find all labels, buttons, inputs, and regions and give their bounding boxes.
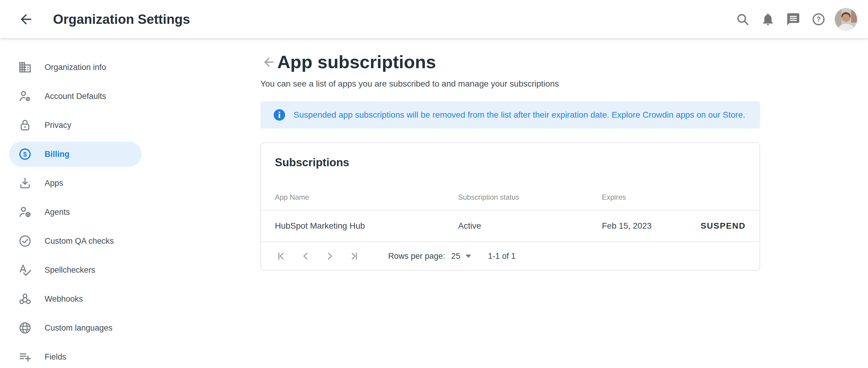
settings-sidebar: Organization info Account Defaults [0,38,163,368]
sidebar-item-label: Custom languages [44,323,113,333]
sidebar-item-webhooks[interactable]: Webhooks [9,286,142,312]
sidebar-item-label: Privacy [44,121,71,130]
chevron-right-icon [324,250,336,262]
messages-button[interactable] [781,7,806,32]
sidebar-item-account-defaults[interactable]: Account Defaults [9,84,142,109]
sidebar-item-billing[interactable]: $ Billing [9,141,142,167]
rows-per-page-select[interactable]: 25 [445,252,471,261]
person-cube-icon [18,205,32,219]
cell-expires: Feb 15, 2023 [602,221,701,231]
lock-icon [18,118,32,132]
table-header-row: App Name Subscription status Expires [261,193,760,210]
search-icon [735,12,750,27]
first-page-icon [276,250,287,262]
help-icon: ? [811,12,826,27]
avatar-photo-icon [835,8,857,30]
cell-subscription-status: Active [458,221,602,231]
column-header-subscription-status: Subscription status [458,193,602,201]
sidebar-item-label: Agents [44,207,70,217]
section-title: App subscriptions [277,52,436,73]
notifications-button[interactable] [755,7,781,32]
sidebar-item-apps[interactable]: Apps [9,170,142,196]
sidebar-item-label: Billing [44,150,70,159]
search-button[interactable] [730,7,755,32]
last-page-button[interactable] [348,250,360,262]
rows-per-page-value: 25 [451,252,460,261]
sidebar-item-agents[interactable]: Agents [9,199,142,225]
banner-text: Suspended app subscriptions will be remo… [293,110,745,120]
page-head: App subscriptions [260,52,760,73]
bell-icon [761,12,775,27]
previous-page-button[interactable] [300,250,312,262]
sidebar-item-label: Webhooks [44,294,83,304]
dollar-circle-icon: $ [18,147,32,161]
check-circle-icon [18,234,32,248]
card-title: Subscriptions [261,143,760,169]
user-avatar[interactable] [835,8,857,30]
sidebar-item-label: Custom QA checks [44,236,114,246]
sidebar-item-label: Apps [44,178,63,188]
sidebar-item-fields[interactable]: Fields [9,344,142,368]
table-row: HubSpot Marketing Hub Active Feb 15, 202… [261,210,760,242]
building-icon [18,60,32,74]
caret-down-icon [466,255,471,258]
sidebar-item-custom-qa-checks[interactable]: Custom QA checks [9,228,142,254]
content-back-button[interactable] [260,54,277,70]
main-content: App subscriptions You can see a list of … [260,38,760,271]
cell-app-name: HubSpot Marketing Hub [275,221,458,231]
banner-message: Suspended app subscriptions will be remo… [293,110,723,119]
svg-text:?: ? [816,16,821,23]
info-banner: Suspended app subscriptions will be remo… [260,101,760,129]
store-link[interactable]: Store. [723,110,745,119]
person-gear-icon [18,89,32,103]
page-title: Organization Settings [53,12,190,27]
subscriptions-card: Subscriptions App Name Subscription stat… [260,142,760,271]
chat-icon [786,12,801,27]
page-body: Organization info Account Defaults [0,38,868,368]
chevron-left-icon [300,250,311,262]
sidebar-item-organization-info[interactable]: Organization info [9,55,142,80]
sidebar-item-label: Organization info [44,63,106,72]
sidebar-item-label: Fields [44,352,66,362]
arrow-left-icon [262,55,276,69]
info-icon [274,109,285,121]
playlist-add-icon [18,350,32,364]
globe-icon [18,321,32,335]
svg-text:$: $ [23,150,27,158]
suspend-button[interactable]: SUSPEND [701,221,746,231]
rows-per-page-label: Rows per page: [388,252,445,261]
spellcheck-icon [18,263,32,277]
sidebar-item-privacy[interactable]: Privacy [9,113,142,138]
section-subtitle: You can see a list of apps you are subsc… [260,79,760,89]
sidebar-item-label: Spellcheckers [44,265,95,275]
arrow-left-icon [18,11,34,27]
pagination-range: 1-1 of 1 [488,252,516,261]
sidebar-item-custom-languages[interactable]: Custom languages [9,315,142,341]
app-header: Organization Settings ? [0,0,868,38]
column-header-expires: Expires [602,193,746,201]
next-page-button[interactable] [324,250,336,262]
first-page-button[interactable] [276,250,287,262]
last-page-icon [348,250,360,262]
help-button[interactable]: ? [806,7,831,32]
header-back-button[interactable] [13,7,38,32]
download-icon [18,176,32,190]
webhook-icon [18,292,32,306]
sidebar-item-label: Account Defaults [44,92,106,101]
sidebar-item-spellcheckers[interactable]: Spellcheckers [9,257,142,283]
table-pagination: Rows per page: 25 1-1 of 1 [261,242,760,270]
column-header-app-name: App Name [275,193,458,201]
